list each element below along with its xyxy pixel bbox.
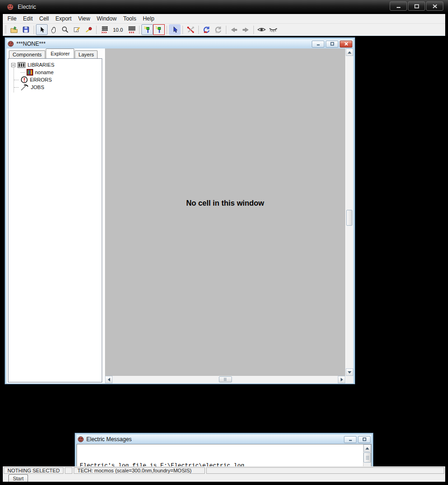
edit-window-restore-button[interactable]: [326, 41, 338, 48]
maximize-button[interactable]: [408, 1, 425, 11]
edit-window-minimize-button[interactable]: [312, 41, 324, 48]
explorer-tabs: Components Explorer Layers: [7, 48, 103, 58]
scroll-down-button[interactable]: [346, 368, 353, 376]
menu-export[interactable]: Export: [56, 14, 76, 23]
toolbar-separator: [253, 26, 254, 34]
expand-cells-button[interactable]: [201, 24, 212, 35]
collapse-cells-button[interactable]: [212, 24, 224, 35]
bottom-strip: Start: [3, 474, 445, 482]
tab-layers[interactable]: Layers: [75, 50, 98, 58]
toolbar-drag-grip[interactable]: [5, 26, 7, 34]
toggle-export-display-button[interactable]: [153, 24, 165, 35]
messages-minimize-button[interactable]: [344, 436, 357, 443]
tree-stub: [14, 87, 19, 88]
layer-visibility-off-button[interactable]: [267, 24, 279, 35]
menu-tools[interactable]: Tools: [123, 14, 140, 23]
error-icon: [21, 76, 28, 83]
fine-grid-button[interactable]: [126, 24, 137, 35]
toolbar-separator: [34, 26, 34, 34]
edit-canvas[interactable]: No cell in this window: [105, 48, 345, 376]
library-books-icon: [27, 69, 33, 76]
toolbar-separator: [167, 26, 167, 34]
statusbar: NOTHING SELECTED TECH: mocmos (scale=300…: [3, 466, 445, 474]
close-button[interactable]: [426, 1, 443, 11]
scroll-left-button[interactable]: [105, 376, 112, 383]
select-cursor-button[interactable]: [36, 24, 48, 35]
collapse-toggle-icon[interactable]: [11, 63, 15, 67]
start-tab[interactable]: Start: [8, 474, 28, 482]
pan-hand-button[interactable]: [48, 24, 59, 35]
window-frame-bottom: [0, 482, 448, 485]
messages-restore-button[interactable]: [358, 436, 371, 443]
vertical-scrollbar[interactable]: [346, 48, 353, 383]
tree-item-jobs[interactable]: JOBS: [8, 83, 102, 91]
toolbar-separator: [198, 26, 199, 34]
selection-status: NOTHING SELECTED: [4, 467, 63, 474]
desktop: Electric File Edit Cell Export View Wind…: [0, 0, 448, 485]
horizontal-scroll-track[interactable]: [112, 376, 338, 383]
app-titlebar: Electric: [0, 0, 448, 14]
menu-edit[interactable]: Edit: [23, 14, 36, 23]
go-back-button[interactable]: [228, 24, 240, 35]
edit-window: ***NONE*** Components Explorer Laye: [5, 37, 355, 384]
scroll-up-button[interactable]: [346, 48, 353, 56]
menu-view[interactable]: View: [78, 14, 94, 23]
electric-logo-icon: [77, 436, 84, 443]
scroll-right-button[interactable]: [338, 376, 345, 383]
edit-window-close-button[interactable]: [340, 41, 352, 48]
tab-explorer[interactable]: Explorer: [46, 48, 74, 58]
toolbar-separator: [139, 26, 140, 34]
tree-item-label: JOBS: [31, 84, 44, 90]
electric-logo-icon: [7, 3, 14, 11]
tree-item-noname[interactable]: noname: [8, 69, 102, 76]
measure-button[interactable]: [83, 24, 94, 35]
technology-status: TECH: mocmos (scale=300.0nm,foundry=MOSI…: [74, 467, 205, 474]
tree-item-label: LIBRARIES: [28, 62, 54, 68]
tree-guide-line: [14, 68, 14, 92]
toggle-port-display-button[interactable]: [141, 24, 153, 35]
layer-visibility-on-button[interactable]: [256, 24, 267, 35]
messages-title: Electric Messages: [86, 436, 132, 443]
open-library-button[interactable]: [8, 24, 20, 35]
explorer-panel: Components Explorer Layers: [7, 48, 103, 383]
tree-stub: [21, 72, 25, 73]
vertical-scroll-track[interactable]: [346, 56, 353, 368]
library-building-icon: [17, 62, 26, 68]
vertical-scroll-thumb[interactable]: [346, 210, 352, 226]
edit-window-titlebar[interactable]: ***NONE***: [7, 39, 353, 48]
scrollbar-corner: [346, 376, 353, 383]
menu-window[interactable]: Window: [97, 14, 120, 23]
tab-components[interactable]: Components: [9, 50, 45, 58]
horizontal-scrollbar[interactable]: [105, 376, 345, 383]
menu-help[interactable]: Help: [143, 14, 158, 23]
horizontal-scroll-thumb[interactable]: [219, 376, 232, 382]
messages-scroll-thumb[interactable]: [364, 452, 371, 463]
go-forward-button[interactable]: [240, 24, 252, 35]
preferences-tools-button[interactable]: [185, 24, 196, 35]
menu-cell[interactable]: Cell: [39, 14, 53, 23]
toolbar: 10.0: [3, 24, 445, 36]
status-empty-cell: [206, 467, 444, 474]
coarse-grid-button[interactable]: [98, 24, 110, 35]
tree-item-label: ERRORS: [30, 77, 52, 83]
special-select-button[interactable]: [169, 24, 181, 35]
toolbar-separator: [96, 26, 97, 34]
menu-file[interactable]: File: [7, 14, 20, 23]
zoom-button[interactable]: [59, 24, 71, 35]
toolbar-separator: [182, 26, 183, 34]
explorer-tree: LIBRARIES noname: [8, 58, 102, 382]
messages-titlebar[interactable]: Electric Messages: [77, 435, 371, 444]
tree-item-libraries[interactable]: LIBRARIES: [8, 61, 102, 69]
electric-logo-icon: [7, 41, 14, 47]
messages-scroll-up-button[interactable]: [364, 444, 371, 452]
jobs-pick-icon: [21, 83, 29, 91]
minimize-button[interactable]: [390, 1, 407, 11]
app-title: Electric: [18, 4, 36, 10]
tree-item-errors[interactable]: ERRORS: [8, 76, 102, 83]
tree-item-label: noname: [35, 69, 54, 75]
toolbar-separator: [226, 26, 226, 34]
tree-stub: [14, 80, 19, 80]
save-library-button[interactable]: [20, 24, 32, 35]
grid-size-value: 10.0: [113, 27, 123, 33]
outline-edit-button[interactable]: [71, 24, 83, 35]
